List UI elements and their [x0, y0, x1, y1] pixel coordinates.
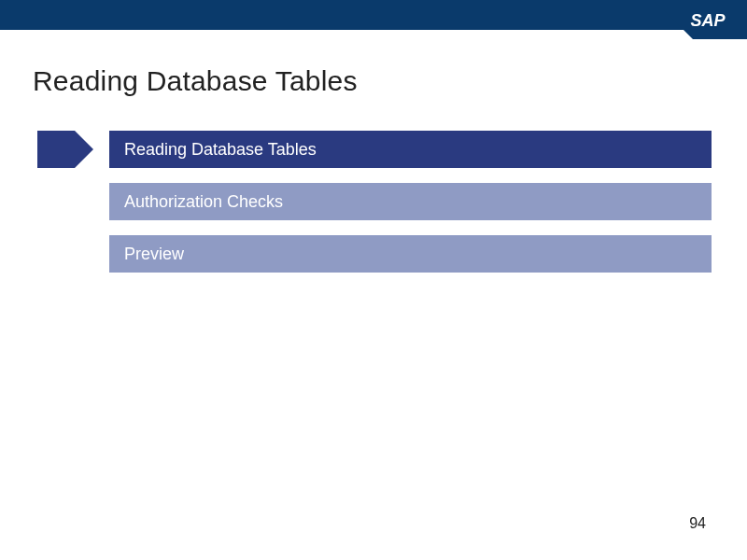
agenda-item-authorization-checks: Authorization Checks: [109, 183, 712, 220]
agenda-list: Reading Database Tables Authorization Ch…: [109, 131, 712, 287]
agenda-item-reading-database-tables: Reading Database Tables: [109, 131, 712, 168]
page-number: 94: [689, 515, 706, 532]
sap-logo: SAP: [654, 0, 747, 39]
pointer-icon: [37, 131, 93, 168]
agenda-item-preview: Preview: [109, 235, 712, 273]
top-bar: [0, 0, 747, 30]
page-title: Reading Database Tables: [33, 65, 358, 97]
sap-logo-text: SAP: [690, 11, 726, 30]
svg-marker-1: [37, 131, 93, 168]
